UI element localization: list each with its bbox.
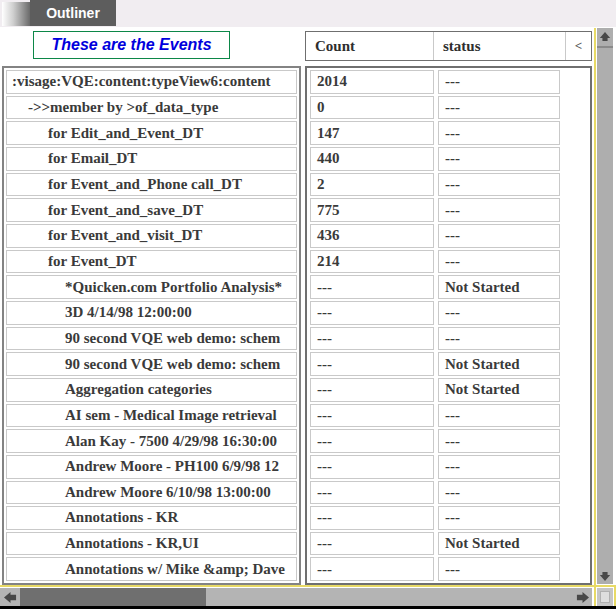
status-cell: --- bbox=[438, 198, 560, 222]
tree-row[interactable]: 90 second VQE web demo: schem bbox=[4, 351, 299, 377]
value-row: ---Not Started bbox=[307, 351, 590, 377]
row-label: Andrew Moore 6/10/98 13:00:00 bbox=[6, 481, 297, 505]
tree-row[interactable]: Annotations - KR,UI bbox=[4, 531, 299, 557]
tree-row[interactable]: for Event_DT bbox=[4, 249, 299, 275]
tree-row[interactable]: Alan Kay - 7500 4/29/98 16:30:00 bbox=[4, 428, 299, 454]
tree-row[interactable]: for Event_and_Phone call_DT bbox=[4, 172, 299, 198]
status-cell: Not Started bbox=[438, 378, 560, 402]
status-cell: --- bbox=[438, 96, 560, 120]
tab-outliner[interactable]: Outliner bbox=[30, 0, 116, 26]
value-row: ------ bbox=[307, 454, 590, 480]
status-cell: Not Started bbox=[438, 532, 560, 556]
tree-row[interactable]: AI sem - Medical Image retrieval bbox=[4, 403, 299, 429]
row-label: Annotations - KR,UI bbox=[6, 532, 297, 556]
tree-row[interactable]: Andrew Moore - PH100 6/9/98 12 bbox=[4, 454, 299, 480]
tree-row[interactable]: Andrew Moore 6/10/98 13:00:00 bbox=[4, 480, 299, 506]
value-row: ------ bbox=[307, 505, 590, 531]
scroll-up-button[interactable] bbox=[597, 29, 613, 48]
value-row: ------ bbox=[307, 326, 590, 352]
row-label: Annotations w/ Mike &amp; Dave bbox=[6, 557, 297, 581]
value-row: 2014--- bbox=[307, 69, 590, 95]
status-cell: --- bbox=[438, 121, 560, 145]
tree-row[interactable]: *Quicken.com Portfolio Analysis* bbox=[4, 274, 299, 300]
row-label: 90 second VQE web demo: schem bbox=[6, 352, 297, 376]
resize-grip-icon bbox=[600, 591, 610, 603]
tab-strip: Outliner bbox=[0, 0, 616, 27]
scroll-left-button[interactable] bbox=[1, 588, 19, 606]
tree-row[interactable]: :visage:VQE:content:typeView6:content bbox=[4, 69, 299, 95]
count-cell: 436 bbox=[310, 224, 434, 248]
tree-row[interactable]: Aggregation categories bbox=[4, 377, 299, 403]
status-cell: --- bbox=[438, 481, 560, 505]
status-cell: --- bbox=[438, 301, 560, 325]
tree-panel: :visage:VQE:content:typeView6:content->>… bbox=[2, 66, 301, 585]
count-cell: 0 bbox=[310, 96, 434, 120]
value-row: 214--- bbox=[307, 249, 590, 275]
count-cell: 147 bbox=[310, 121, 434, 145]
value-row: ------ bbox=[307, 428, 590, 454]
tree-row[interactable]: Annotations - KR bbox=[4, 505, 299, 531]
value-row: ------ bbox=[307, 556, 590, 582]
horizontal-scroll-thumb[interactable] bbox=[20, 588, 206, 606]
value-row: 440--- bbox=[307, 146, 590, 172]
row-label: Andrew Moore - PH100 6/9/98 12 bbox=[6, 455, 297, 479]
value-row: 147--- bbox=[307, 120, 590, 146]
value-row: ---Not Started bbox=[307, 274, 590, 300]
row-label: for Email_DT bbox=[6, 147, 297, 171]
count-cell: --- bbox=[310, 352, 434, 376]
count-cell: --- bbox=[310, 404, 434, 428]
tree-row[interactable]: for Event_and_visit_DT bbox=[4, 223, 299, 249]
value-row: ------ bbox=[307, 480, 590, 506]
count-cell: 775 bbox=[310, 198, 434, 222]
events-title-label: These are the Events bbox=[51, 36, 211, 54]
value-row: ------ bbox=[307, 403, 590, 429]
events-title-box: These are the Events bbox=[33, 31, 230, 59]
status-cell: --- bbox=[438, 557, 560, 581]
tree-row[interactable]: for Event_and_save_DT bbox=[4, 197, 299, 223]
row-label: 90 second VQE web demo: schem bbox=[6, 327, 297, 351]
row-label: Annotations - KR bbox=[6, 506, 297, 530]
vertical-scrollbar[interactable] bbox=[597, 28, 613, 584]
row-label: AI sem - Medical Image retrieval bbox=[6, 404, 297, 428]
tree-row[interactable]: Annotations w/ Mike &amp; Dave bbox=[4, 556, 299, 582]
yellow-divider-vertical bbox=[594, 28, 596, 607]
row-label: for Event_and_save_DT bbox=[6, 198, 297, 222]
scroll-down-button[interactable] bbox=[597, 566, 613, 583]
row-label: *Quicken.com Portfolio Analysis* bbox=[6, 275, 297, 299]
row-label: Aggregation categories bbox=[6, 378, 297, 402]
row-label: for Event_DT bbox=[6, 250, 297, 274]
status-cell: --- bbox=[438, 429, 560, 453]
column-header-panel: Count status < bbox=[305, 31, 592, 61]
count-cell: --- bbox=[310, 378, 434, 402]
status-cell: Not Started bbox=[438, 275, 560, 299]
tree-row[interactable]: ->>member by >of_data_type bbox=[4, 95, 299, 121]
resize-grip[interactable] bbox=[597, 588, 613, 606]
column-header-count[interactable]: Count bbox=[306, 32, 434, 60]
tab-label: Outliner bbox=[46, 5, 100, 21]
window-gradient-decoration bbox=[2, 2, 30, 26]
count-cell: --- bbox=[310, 557, 434, 581]
arrow-left-icon bbox=[4, 591, 17, 604]
horizontal-scrollbar[interactable] bbox=[0, 588, 592, 606]
row-label: for Event_and_Phone call_DT bbox=[6, 173, 297, 197]
status-cell: --- bbox=[438, 506, 560, 530]
row-label: 3D 4/14/98 12:00:00 bbox=[6, 301, 297, 325]
column-header-collapse[interactable]: < bbox=[565, 32, 591, 60]
outliner-window: Outliner These are the Events Count stat… bbox=[0, 0, 616, 609]
value-row: 775--- bbox=[307, 197, 590, 223]
row-label: for Event_and_visit_DT bbox=[6, 224, 297, 248]
count-cell: --- bbox=[310, 301, 434, 325]
count-cell: 214 bbox=[310, 250, 434, 274]
status-cell: --- bbox=[438, 70, 560, 94]
scroll-right-button[interactable] bbox=[573, 588, 591, 606]
row-label: Alan Kay - 7500 4/29/98 16:30:00 bbox=[6, 429, 297, 453]
tree-row[interactable]: for Edit_and_Event_DT bbox=[4, 120, 299, 146]
tree-row[interactable]: for Email_DT bbox=[4, 146, 299, 172]
yellow-divider-horizontal bbox=[0, 585, 616, 587]
count-cell: 440 bbox=[310, 147, 434, 171]
tree-row[interactable]: 90 second VQE web demo: schem bbox=[4, 326, 299, 352]
tree-row[interactable]: 3D 4/14/98 12:00:00 bbox=[4, 300, 299, 326]
column-header-status[interactable]: status bbox=[434, 32, 565, 60]
value-row: ---Not Started bbox=[307, 377, 590, 403]
value-row: 0--- bbox=[307, 95, 590, 121]
